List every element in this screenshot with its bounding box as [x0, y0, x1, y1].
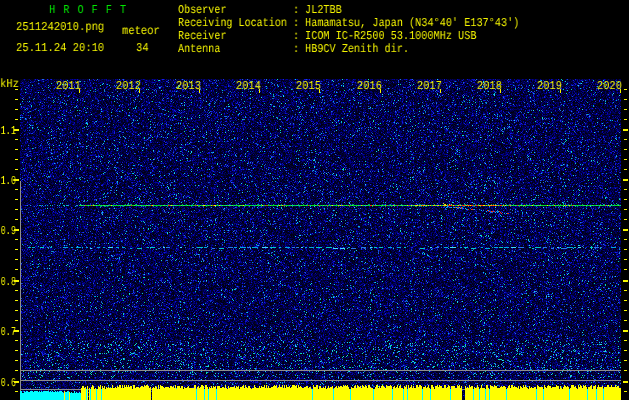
freq-major-tick-right	[623, 229, 628, 231]
freq-minor-tick-left	[15, 350, 18, 351]
freq-minor-tick-left	[15, 159, 18, 160]
station-row-label: Receiver	[178, 31, 226, 42]
freq-major-tick-left	[14, 381, 19, 383]
freq-minor-tick-right	[624, 109, 627, 110]
time-axis-label: 2013	[166, 81, 201, 92]
freq-axis-label: 0.6	[0, 378, 16, 389]
freq-axis-label: 0.8	[0, 277, 16, 288]
freq-minor-tick-right	[624, 290, 627, 291]
freq-minor-tick-left	[15, 99, 18, 100]
station-row-value: JL2TBB	[305, 5, 342, 16]
app-title: H R O F F T	[49, 5, 127, 16]
station-row-label: Antenna	[178, 44, 220, 55]
freq-minor-tick-right	[624, 249, 627, 250]
freq-minor-tick-left	[15, 139, 18, 140]
freq-minor-tick-right	[624, 159, 627, 160]
freq-minor-tick-right	[624, 139, 627, 140]
time-axis-label: 2015	[286, 81, 321, 92]
time-tick	[79, 89, 80, 93]
time-axis-label: 2019	[527, 81, 562, 92]
freq-minor-tick-left	[15, 189, 18, 190]
freq-minor-tick-left	[15, 109, 18, 110]
freq-minor-tick-left	[15, 370, 18, 371]
freq-minor-tick-left	[15, 391, 18, 392]
meteor-count: 34	[136, 43, 149, 54]
freq-axis-label: 1.1	[0, 126, 16, 137]
station-row-separator: :	[293, 18, 299, 29]
station-row-separator: :	[293, 5, 299, 16]
freq-major-tick-right	[623, 280, 628, 282]
station-row-label: Observer	[178, 5, 226, 16]
spectrogram-canvas	[20, 79, 621, 400]
freq-minor-tick-right	[624, 169, 627, 170]
freq-minor-tick-right	[624, 391, 627, 392]
freq-minor-tick-left	[15, 239, 18, 240]
freq-minor-tick-right	[624, 99, 627, 100]
freq-minor-tick-right	[624, 209, 627, 210]
freq-minor-tick-right	[624, 89, 627, 90]
freq-minor-tick-right	[624, 239, 627, 240]
freq-major-tick-left	[14, 330, 19, 332]
mode-label: meteor	[122, 26, 160, 37]
freq-minor-tick-right	[624, 350, 627, 351]
freq-minor-tick-right	[624, 300, 627, 301]
freq-minor-tick-left	[15, 290, 18, 291]
freq-major-tick-right	[623, 129, 628, 131]
freq-minor-tick-left	[15, 169, 18, 170]
time-tick	[560, 89, 561, 93]
time-tick	[620, 89, 621, 93]
freq-minor-tick-right	[624, 340, 627, 341]
freq-minor-tick-right	[624, 360, 627, 361]
freq-major-tick-left	[14, 179, 19, 181]
station-row-label: Receiving Location	[178, 18, 287, 29]
freq-minor-tick-left	[15, 310, 18, 311]
time-tick	[440, 89, 441, 93]
plot-left-edge-line	[20, 181, 21, 391]
freq-axis-label: 0.7	[0, 327, 16, 338]
freq-minor-tick-left	[15, 199, 18, 200]
time-tick	[380, 89, 381, 93]
freq-minor-tick-left	[15, 249, 18, 250]
hrofft-screen: H R O F F T 2511242010.png meteor 25.11.…	[0, 0, 629, 400]
station-row-value: Hamamatsu, Japan (N34°40' E137°43')	[305, 18, 519, 29]
freq-minor-tick-left	[15, 209, 18, 210]
station-row-value: HB9CV Zenith dir.	[305, 44, 409, 55]
time-axis-label: 2018	[467, 81, 502, 92]
station-row-value: ICOM IC-R2500 53.1000MHz USB	[305, 31, 476, 42]
time-axis-label: 2011	[46, 81, 81, 92]
time-tick	[199, 89, 200, 93]
time-tick	[500, 89, 501, 93]
freq-minor-tick-left	[15, 149, 18, 150]
capture-filename: 2511242010.png	[16, 22, 104, 33]
freq-minor-tick-left	[15, 320, 18, 321]
time-axis-label: 2017	[407, 81, 442, 92]
freq-minor-tick-right	[624, 269, 627, 270]
freq-minor-tick-left	[15, 269, 18, 270]
freq-minor-tick-left	[15, 360, 18, 361]
time-axis-label: 2012	[106, 81, 141, 92]
station-row-separator: :	[293, 31, 299, 42]
freq-major-tick-left	[14, 229, 19, 231]
freq-major-tick-right	[623, 381, 628, 383]
freq-axis-label: 1.0	[0, 176, 16, 187]
time-tick	[319, 89, 320, 93]
capture-datetime: 25.11.24 20:10	[16, 43, 104, 54]
time-axis-label: 2016	[347, 81, 382, 92]
freq-minor-tick-left	[15, 300, 18, 301]
time-axis-label: 2014	[226, 81, 261, 92]
freq-major-tick-right	[623, 179, 628, 181]
freq-minor-tick-left	[15, 219, 18, 220]
freq-minor-tick-left	[15, 340, 18, 341]
freq-minor-tick-right	[624, 119, 627, 120]
freq-minor-tick-left	[15, 89, 18, 90]
freq-axis-label: 0.9	[0, 226, 16, 237]
freq-minor-tick-right	[624, 199, 627, 200]
freq-minor-tick-right	[624, 189, 627, 190]
freq-major-tick-left	[14, 129, 19, 131]
freq-minor-tick-right	[624, 219, 627, 220]
time-tick	[139, 89, 140, 93]
freq-minor-tick-right	[624, 259, 627, 260]
station-row-separator: :	[293, 44, 299, 55]
freq-minor-tick-right	[624, 370, 627, 371]
time-axis-label: 2020	[587, 81, 622, 92]
